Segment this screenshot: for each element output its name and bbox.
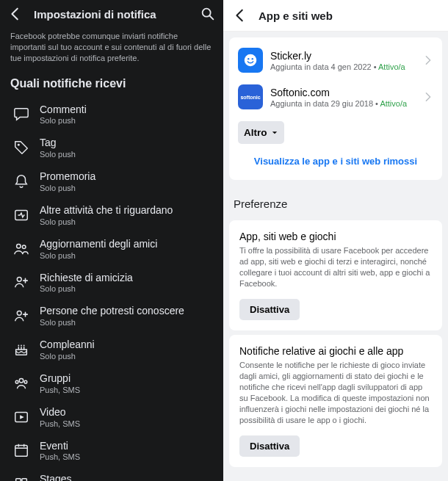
- preference-card: App, siti web e giochi Ti offre la possi…: [229, 220, 442, 330]
- birthday-icon: [13, 341, 29, 358]
- notification-item[interactable]: Tag Solo push: [6, 131, 217, 164]
- preference-card: Notifiche relative ai giochi e alle app …: [229, 335, 442, 467]
- notification-item[interactable]: Video Push, SMS: [6, 400, 217, 434]
- notification-item-title: Video: [40, 406, 212, 419]
- search-icon[interactable]: [200, 6, 216, 22]
- apps-card: Sticker.ly Aggiunta in data 4 gen 2022 •…: [229, 37, 442, 180]
- notification-settings-panel: Impostazioni di notifica Facebook potreb…: [0, 0, 223, 481]
- notification-list: Commenti Solo push Tag Solo push Promemo…: [0, 98, 223, 481]
- back-icon[interactable]: [232, 7, 248, 23]
- more-button[interactable]: Altro: [238, 121, 284, 144]
- apps-websites-panel: App e siti web Sticker.ly Aggiunta in da…: [223, 0, 448, 481]
- notification-item-subtitle: Push, SMS: [40, 452, 212, 461]
- app-item[interactable]: softonic Softonic.com Aggiunta in data 2…: [229, 79, 442, 115]
- notification-item[interactable]: Altre attività che ti riguardano Solo pu…: [6, 198, 217, 232]
- app-name: Sticker.ly: [270, 50, 416, 62]
- app-meta: Aggiunta in data 4 gen 2022 • Attivo/a: [270, 62, 416, 71]
- notification-item-subtitle: Solo push: [40, 150, 212, 159]
- activity-icon: [13, 207, 29, 223]
- notification-item-subtitle: Solo push: [40, 318, 212, 327]
- app-icon: [238, 48, 263, 73]
- notification-item-title: Altre attività che ti riguardano: [40, 204, 212, 217]
- people-suggest-icon: [13, 308, 29, 324]
- right-header-title: App e siti web: [259, 10, 439, 22]
- notification-item-title: Aggiornamenti degli amici: [40, 238, 212, 250]
- chevron-right-icon: [423, 55, 433, 65]
- preferences-section-title: Preferenze: [223, 186, 448, 216]
- left-header-title: Impostazioni di notifica: [34, 8, 189, 21]
- notification-item-title: Gruppi: [40, 372, 212, 385]
- notification-item[interactable]: Compleanni Solo push: [6, 333, 217, 366]
- bell-icon: [13, 173, 29, 189]
- sticker-app-icon: [242, 52, 259, 68]
- notification-item-subtitle: Solo push: [40, 217, 212, 226]
- notification-item-title: Tag: [40, 137, 212, 149]
- stages-icon: [13, 476, 29, 481]
- notification-item[interactable]: Commenti Solo push: [6, 98, 217, 131]
- caret-down-icon: [271, 129, 278, 137]
- notification-item-subtitle: Solo push: [40, 352, 212, 361]
- groups-icon: [13, 375, 29, 391]
- more-button-label: Altro: [244, 127, 267, 138]
- notification-item[interactable]: Richieste di amicizia Solo push: [6, 266, 217, 300]
- comment-icon: [13, 106, 29, 122]
- notification-item-subtitle: Solo push: [40, 116, 212, 125]
- preference-title: Notifiche relative ai giochi e alle app: [239, 345, 432, 357]
- deactivate-button[interactable]: Disattiva: [239, 435, 300, 457]
- notification-item-title: Compleanni: [40, 339, 212, 351]
- app-name: Softonic.com: [270, 87, 416, 98]
- notification-item[interactable]: Persone che potresti conoscere Solo push: [6, 299, 217, 333]
- video-icon: [13, 409, 29, 425]
- notification-item[interactable]: Eventi Push, SMS: [6, 434, 217, 468]
- notification-item-subtitle: Solo push: [40, 184, 212, 192]
- events-icon: [13, 442, 29, 458]
- left-header: Impostazioni di notifica: [0, 0, 223, 28]
- tag-icon: [13, 140, 29, 156]
- app-meta: Aggiunta in data 29 giu 2018 • Attivo/a: [270, 99, 416, 108]
- left-section-title: Quali notifiche ricevi: [0, 74, 223, 98]
- notification-item-subtitle: Solo push: [40, 284, 212, 293]
- notification-item[interactable]: Gruppi Push, SMS: [6, 366, 217, 400]
- friend-request-icon: [13, 274, 29, 290]
- back-icon[interactable]: [7, 6, 24, 22]
- left-description: Facebook potrebbe comunque inviarti noti…: [0, 28, 223, 74]
- notification-item-title: Stages: [40, 473, 212, 481]
- chevron-right-icon: [423, 92, 433, 102]
- notification-item-title: Eventi: [40, 440, 212, 452]
- notification-item[interactable]: Stages Push, Email, SMS: [6, 467, 217, 481]
- app-status: Attivo/a: [378, 62, 405, 71]
- notification-item-title: Richieste di amicizia: [40, 272, 212, 284]
- notification-item[interactable]: Aggiornamenti degli amici Solo push: [6, 232, 217, 266]
- preference-description: Consente le notifiche per le richieste d…: [239, 360, 432, 425]
- notification-item-title: Persone che potresti conoscere: [40, 305, 212, 317]
- notification-item-subtitle: Push, SMS: [40, 419, 212, 428]
- app-item[interactable]: Sticker.ly Aggiunta in data 4 gen 2022 •…: [229, 42, 442, 79]
- deactivate-button[interactable]: Disattiva: [239, 299, 300, 320]
- preference-description: Ti offre la possibilità di usare Faceboo…: [239, 245, 432, 289]
- notification-item-title: Commenti: [40, 104, 212, 116]
- app-status: Attivo/a: [380, 99, 407, 108]
- notification-item-title: Promemoria: [40, 170, 212, 183]
- notification-item-subtitle: Push, SMS: [40, 386, 212, 394]
- softonic-app-icon: softonic: [240, 95, 260, 100]
- friends-update-icon: [13, 241, 29, 257]
- notification-item[interactable]: Promemoria Solo push: [6, 164, 217, 198]
- view-removed-link[interactable]: Visualizza le app e i siti web rimossi: [229, 144, 442, 173]
- right-header: App e siti web: [223, 0, 448, 32]
- preference-title: App, siti web e giochi: [239, 231, 432, 242]
- app-icon: softonic: [238, 84, 263, 109]
- notification-item-subtitle: Solo push: [40, 251, 212, 260]
